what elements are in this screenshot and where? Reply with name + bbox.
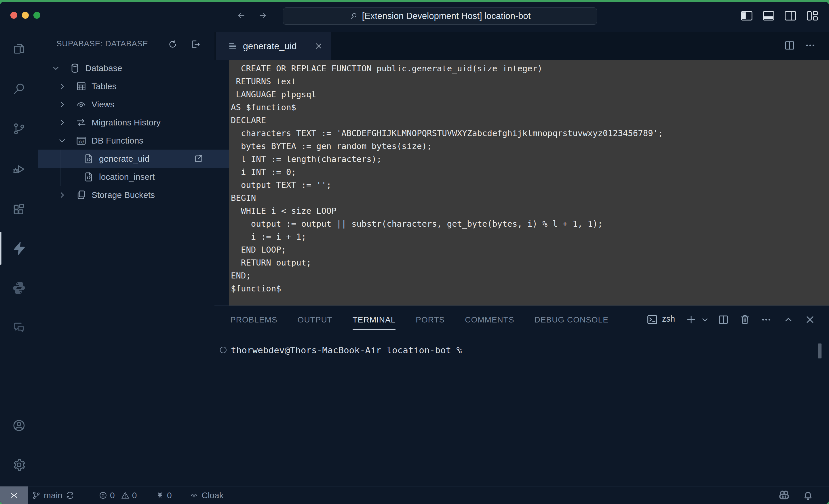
open-external-button[interactable]: [193, 153, 204, 164]
panel-tab-terminal[interactable]: TERMINAL: [353, 306, 396, 334]
warning-icon: [120, 491, 130, 500]
layout-sidebar-right-icon: [784, 11, 796, 21]
chevron-down-icon: [698, 313, 711, 326]
sidebar-item-accounts[interactable]: [0, 408, 38, 443]
customize-layout-button[interactable]: [805, 9, 819, 23]
sidebar-item-run-debug[interactable]: [0, 152, 38, 186]
tree-item-database[interactable]: Database: [38, 59, 227, 77]
broadcast-icon: [155, 491, 165, 500]
code-editor[interactable]: CREATE OR REPLACE FUNCTION public.genera…: [229, 60, 829, 306]
panel-tab-debug-console[interactable]: DEBUG CONSOLE: [535, 306, 609, 334]
copilot-icon: [777, 489, 791, 502]
ellipsis-icon: [804, 39, 817, 52]
terminal-prompt[interactable]: thorwebdev@Thors-MacBook-Air location-bo…: [231, 345, 462, 356]
remote-icon: [9, 491, 19, 500]
tree-item-migrations-history[interactable]: Migrations History: [38, 113, 233, 131]
sidebar-item-extensions[interactable]: [0, 192, 38, 226]
search-icon: [12, 82, 26, 96]
migrations-arrows-icon: [75, 117, 87, 128]
editor-tab-generate-uid[interactable]: generate_uid: [216, 32, 331, 60]
error-count: 0: [110, 491, 115, 500]
code-line: characters TEXT := 'ABCDEFGHIJKLMNOPQRST…: [231, 127, 829, 140]
cloak-label: Cloak: [202, 491, 224, 500]
split-terminal-button[interactable]: [717, 313, 730, 326]
sql-file-icon: [83, 171, 95, 183]
command-center-title: [Extension Development Host] location-bo…: [362, 11, 531, 21]
toggle-primary-sidebar-button[interactable]: [740, 9, 754, 23]
editor-more-actions-button[interactable]: [804, 39, 817, 52]
code-line: LANGUAGE plpgsql: [231, 88, 829, 101]
chevron-down-icon: [51, 63, 61, 73]
tree-item-generate-uid[interactable]: generate_uid: [38, 150, 259, 168]
cloak-status-item[interactable]: Cloak: [189, 487, 224, 504]
navigate-forward-button[interactable]: [256, 9, 270, 23]
panel-tab-problems[interactable]: PROBLEMS: [230, 306, 278, 334]
files-icon: [12, 41, 26, 56]
sign-out-button[interactable]: [189, 38, 202, 51]
sidebar-item-search[interactable]: [0, 72, 38, 106]
trash-icon: [738, 313, 751, 326]
close-panel-button[interactable]: [804, 313, 816, 326]
kill-terminal-button[interactable]: [738, 313, 751, 326]
toggle-secondary-sidebar-button[interactable]: [784, 9, 797, 23]
command-center[interactable]: [Extension Development Host] location-bo…: [283, 7, 597, 25]
sidebar-item-supabase[interactable]: [0, 231, 38, 266]
tree-item-storage-buckets[interactable]: Storage Buckets: [38, 186, 233, 204]
code-line: BEGIN: [231, 192, 829, 204]
sidebar-item-settings[interactable]: [0, 448, 38, 482]
split-editor-button[interactable]: [783, 39, 796, 52]
sidebar-item-source-control[interactable]: [0, 112, 38, 146]
code-line: RETURN output;: [231, 256, 829, 269]
code-line: i INT := 0;: [231, 166, 829, 179]
svg-text:(x): (x): [79, 140, 84, 144]
notifications-status-item[interactable]: [802, 487, 814, 504]
new-terminal-button[interactable]: [685, 313, 697, 326]
code-line: output := output || substr(characters, g…: [231, 218, 829, 230]
ports-status-item[interactable]: 0: [155, 487, 172, 504]
branch-status-item[interactable]: main: [32, 487, 75, 504]
close-window-button[interactable]: [10, 12, 17, 19]
git-branch-icon: [32, 491, 41, 500]
warning-count: 0: [132, 491, 137, 500]
tree-item-views[interactable]: Views: [38, 95, 233, 113]
arrow-left-icon: [236, 11, 246, 21]
copilot-status-item[interactable]: [777, 487, 791, 504]
error-icon: [99, 491, 108, 500]
zoom-window-button[interactable]: [33, 12, 40, 19]
remote-indicator[interactable]: [0, 487, 28, 504]
chevron-right-icon: [57, 190, 67, 200]
editor-tab-label: generate_uid: [243, 41, 297, 51]
panel-tab-ports[interactable]: PORTS: [416, 306, 445, 334]
panel-tab-comments[interactable]: COMMENTS: [465, 306, 514, 334]
layout-panel-icon: [762, 11, 774, 21]
sidebar-item-explorer[interactable]: [0, 31, 38, 66]
navigate-back-button[interactable]: [234, 9, 248, 23]
sync-icon: [65, 491, 75, 500]
shell-label[interactable]: zsh: [662, 314, 675, 324]
tree-item-tables[interactable]: Tables: [38, 77, 233, 95]
panel-more-actions-button[interactable]: [760, 313, 772, 326]
sidebar-item-python[interactable]: [0, 271, 38, 305]
terminal-profile-dropdown[interactable]: [698, 313, 711, 326]
close-icon[interactable]: [314, 41, 324, 51]
sidebar-item-comments[interactable]: [0, 310, 38, 345]
problems-status-item[interactable]: 0 0: [99, 487, 137, 504]
minimize-window-button[interactable]: [22, 12, 29, 19]
vscode-window: [Extension Development Host] location-bo…: [0, 2, 829, 504]
terminal-scrollbar[interactable]: [818, 344, 822, 358]
supabase-bolt-icon: [11, 241, 27, 256]
sign-out-icon: [190, 39, 201, 50]
eye-icon: [75, 99, 87, 110]
refresh-button[interactable]: [167, 38, 179, 51]
toggle-panel-button[interactable]: [762, 9, 776, 23]
panel-tab-output[interactable]: OUTPUT: [298, 306, 332, 334]
python-icon: [11, 280, 27, 296]
code-line: DECLARE: [231, 114, 829, 127]
tree-item-db-functions[interactable]: (x) DB Functions: [38, 131, 233, 150]
shell-indicator[interactable]: [646, 313, 659, 326]
maximize-panel-button[interactable]: [782, 313, 795, 326]
tree-item-label: DB Functions: [92, 136, 143, 146]
tree-item-location-insert[interactable]: location_insert: [38, 168, 259, 186]
window-controls: [10, 12, 40, 19]
tree-item-label: Storage Buckets: [92, 190, 155, 200]
